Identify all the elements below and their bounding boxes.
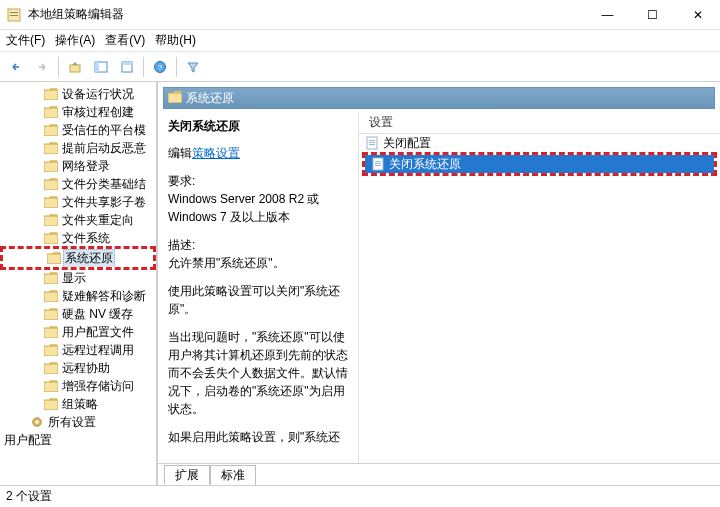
tree-item[interactable]: 增强存储访问: [0, 377, 156, 395]
filter-button[interactable]: [181, 55, 205, 79]
requirement-text: Windows Server 2008 R2 或 Windows 7 及以上版本: [168, 192, 319, 224]
title-bar: 本地组策略编辑器 — ☐ ✕: [0, 0, 720, 30]
svg-rect-38: [375, 165, 381, 166]
tab-standard[interactable]: 标准: [210, 465, 256, 485]
menu-view[interactable]: 查看(V): [105, 32, 145, 49]
tree-item[interactable]: 硬盘 NV 缓存: [0, 305, 156, 323]
folder-icon: [44, 344, 58, 356]
svg-rect-32: [369, 140, 375, 141]
svg-rect-13: [44, 144, 58, 154]
forward-button[interactable]: [30, 55, 54, 79]
settings-list: 设置 关闭配置 关闭系统还原: [358, 112, 720, 463]
svg-rect-36: [375, 161, 381, 162]
tree-item[interactable]: 用户配置文件: [0, 323, 156, 341]
policy-row[interactable]: 关闭配置: [359, 134, 720, 152]
tree-item[interactable]: 远程协助: [0, 359, 156, 377]
close-button[interactable]: ✕: [675, 0, 720, 30]
policy-icon: [371, 157, 385, 171]
svg-rect-17: [44, 216, 58, 226]
svg-rect-23: [44, 328, 58, 338]
maximize-button[interactable]: ☐: [630, 0, 675, 30]
up-button[interactable]: [63, 55, 87, 79]
policy-row-selected[interactable]: 关闭系统还原: [365, 155, 714, 173]
svg-text:?: ?: [158, 63, 163, 72]
svg-rect-12: [44, 126, 58, 136]
svg-point-29: [35, 420, 38, 423]
svg-rect-22: [44, 310, 58, 320]
minimize-button[interactable]: —: [585, 0, 630, 30]
tree-item[interactable]: 远程过程调用: [0, 341, 156, 359]
svg-rect-20: [44, 274, 58, 284]
tree-item[interactable]: 提前启动反恶意: [0, 139, 156, 157]
tab-extended[interactable]: 扩展: [164, 465, 210, 485]
folder-icon: [44, 232, 58, 244]
settings-icon: [30, 416, 44, 428]
svg-rect-7: [122, 62, 132, 65]
detail-pane: 系统还原 关闭系统还原 编辑策略设置 要求: Windows Server 20…: [158, 82, 720, 485]
menu-action[interactable]: 操作(A): [55, 32, 95, 49]
toolbar: ?: [0, 52, 720, 82]
tree-item[interactable]: 文件分类基础结: [0, 175, 156, 193]
tree-pane[interactable]: 设备运行状况审核过程创建受信任的平台模提前启动反恶意网络登录文件分类基础结文件共…: [0, 82, 158, 485]
svg-rect-34: [369, 144, 375, 145]
tree-item-user-config[interactable]: 用户配置: [0, 431, 156, 449]
folder-icon: [44, 362, 58, 374]
tree-item[interactable]: 网络登录: [0, 157, 156, 175]
main-content: 设备运行状况审核过程创建受信任的平台模提前启动反恶意网络登录文件分类基础结文件共…: [0, 82, 720, 485]
folder-icon: [44, 142, 58, 154]
requirement-label: 要求:: [168, 174, 195, 188]
svg-rect-3: [70, 65, 80, 72]
folder-icon: [44, 214, 58, 226]
menu-file[interactable]: 文件(F): [6, 32, 45, 49]
edit-policy-link[interactable]: 策略设置: [192, 146, 240, 160]
status-bar: 2 个设置: [0, 485, 720, 507]
status-text: 2 个设置: [6, 488, 52, 505]
tree-item[interactable]: 疑难解答和诊断: [0, 287, 156, 305]
tree-item[interactable]: 文件系统: [0, 229, 156, 247]
folder-icon: [44, 326, 58, 338]
folder-icon: [44, 106, 58, 118]
tree-item[interactable]: 文件共享影子卷: [0, 193, 156, 211]
svg-rect-15: [44, 180, 58, 190]
highlight-box: 关闭系统还原: [362, 152, 717, 176]
tree-item[interactable]: 显示: [0, 269, 156, 287]
tree-item[interactable]: 组策略: [0, 395, 156, 413]
svg-rect-18: [44, 234, 58, 244]
settings-header[interactable]: 设置: [359, 112, 720, 134]
svg-rect-37: [375, 163, 381, 164]
policy-title: 关闭系统还原: [168, 118, 350, 135]
description-pane: 关闭系统还原 编辑策略设置 要求: Windows Server 2008 R2…: [158, 112, 358, 463]
tree-item[interactable]: 受信任的平台模: [0, 121, 156, 139]
svg-rect-16: [44, 198, 58, 208]
group-header: 系统还原: [160, 84, 718, 110]
svg-rect-26: [44, 382, 58, 392]
svg-rect-30: [168, 93, 182, 103]
group-title: 系统还原: [186, 90, 234, 107]
tree-item-all-settings[interactable]: 所有设置: [0, 413, 156, 431]
folder-icon: [44, 272, 58, 284]
tree-item[interactable]: 审核过程创建: [0, 103, 156, 121]
folder-icon: [44, 178, 58, 190]
svg-rect-1: [10, 12, 18, 13]
tree-item[interactable]: 设备运行状况: [0, 85, 156, 103]
folder-icon: [47, 252, 61, 264]
window-title: 本地组策略编辑器: [28, 6, 124, 23]
folder-icon: [44, 308, 58, 320]
svg-rect-2: [10, 15, 18, 16]
tree-item[interactable]: 文件夹重定向: [0, 211, 156, 229]
show-hide-tree-button[interactable]: [89, 55, 113, 79]
policy-icon: [365, 136, 379, 150]
properties-button[interactable]: [115, 55, 139, 79]
folder-icon: [44, 124, 58, 136]
menu-help[interactable]: 帮助(H): [155, 32, 196, 49]
svg-rect-27: [44, 400, 58, 410]
back-button[interactable]: [4, 55, 28, 79]
help-button[interactable]: ?: [148, 55, 172, 79]
svg-rect-11: [44, 108, 58, 118]
description-label: 描述:: [168, 238, 195, 252]
highlight-box: 系统还原: [0, 246, 156, 270]
folder-icon: [44, 380, 58, 392]
folder-icon: [168, 91, 182, 103]
svg-rect-25: [44, 364, 58, 374]
tree-item[interactable]: 系统还原: [3, 249, 153, 267]
